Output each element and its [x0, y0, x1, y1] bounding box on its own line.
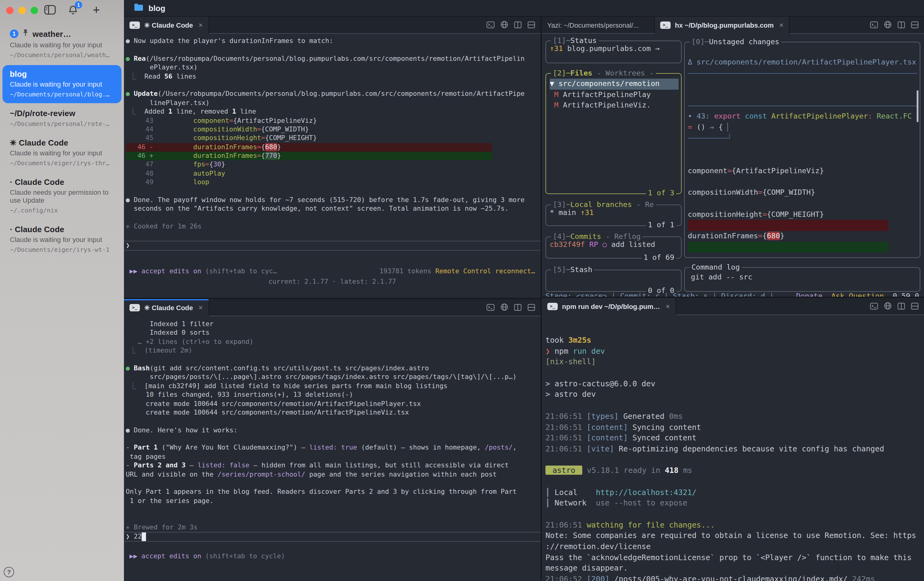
terminal-line: cb32f49f RP ○ add listed	[550, 240, 678, 250]
split-vertical-icon[interactable]	[514, 302, 521, 313]
tabbar: Yazi: ~/Documents/personal/... >_ hx ~/D…	[542, 17, 924, 34]
close-tab-icon[interactable]: ×	[197, 21, 203, 30]
split-horizontal-icon[interactable]	[911, 19, 919, 30]
session-item[interactable]: 1weather…Claude is waiting for your inpu…	[2, 24, 122, 64]
pane-npm: >_ npm run dev ~/D/p/blog.pum… × took 3m…	[542, 298, 924, 581]
pane-divider-vertical[interactable]	[541, 17, 542, 581]
pane-divider-horizontal-right[interactable]	[542, 296, 924, 298]
session-item[interactable]: · Claude CodeClaude is waiting for your …	[2, 220, 122, 258]
terminal-line: 49 loop	[126, 179, 541, 187]
terminal-line: ┃ Local http://localhost:4321/	[545, 487, 924, 497]
new-terminal-icon[interactable]	[870, 301, 878, 312]
browser-globe-icon[interactable]	[501, 302, 508, 313]
terminal-line: 1 or the series page.	[126, 497, 541, 506]
notifications-bell-icon[interactable]: 1	[66, 4, 80, 16]
new-session-button[interactable]: +	[89, 4, 103, 16]
session-item[interactable]: ✳ Claude CodeClaude is waiting for your …	[2, 134, 122, 172]
terminal-line: ─────────┘	[688, 133, 917, 144]
terminal-line	[126, 46, 541, 55]
tab-npm-run-dev[interactable]: >_ npm run dev ~/D/p/blog.pum… ×	[542, 298, 676, 315]
terminal-line	[688, 242, 888, 252]
terminal-line: > astro-cactus@6.0.0 dev	[545, 378, 924, 389]
close-tab-icon[interactable]: ×	[197, 303, 203, 312]
terminal-line: 44 compositionWidth={COMP_WIDTH}	[126, 125, 541, 134]
browser-globe-icon[interactable]	[884, 301, 891, 312]
folder-icon	[134, 2, 144, 13]
session-path: ~/Documents/eiger/irys-thr…	[10, 160, 117, 166]
terminal-line	[126, 81, 541, 90]
zoom-window-button[interactable]	[31, 7, 38, 14]
session-item[interactable]: · Claude CodeClaude needs your permissio…	[2, 173, 122, 219]
terminal-line: - Parts 2 and 3 — listed: false — hidden…	[126, 462, 541, 470]
terminal-line	[126, 355, 541, 364]
help-icon[interactable]: ?	[4, 567, 14, 577]
pin-icon	[22, 28, 29, 39]
terminal-line: 46 + durationInFrames={770}	[126, 152, 492, 161]
claude-bottom-output[interactable]: Indexed 1 filter Indexed 0 sorts … +2 li…	[124, 316, 541, 581]
split-vertical-icon[interactable]	[898, 301, 905, 312]
claude-input-area: ❯ ▶▶ accept edits on (shift+tab to cyc… …	[124, 241, 541, 286]
terminal-line	[688, 90, 917, 100]
split-vertical-icon[interactable]	[514, 19, 521, 30]
claude-prompt[interactable]: ❯	[124, 242, 541, 250]
git-status-panel[interactable]: [1]─Status ↑31 blog.pumpurlabs.com →	[545, 41, 681, 63]
terminal-line	[688, 155, 917, 166]
terminal-line: compositionWidth={COMP_WIDTH}	[688, 188, 917, 199]
pane-controls	[487, 19, 541, 30]
claude-top-output[interactable]: ● Now update the player's durationInFram…	[124, 34, 541, 298]
tab-hx[interactable]: >_ hx ~/D/p/blog.pumpurlabs.com ×	[655, 17, 790, 34]
close-tab-icon[interactable]: ×	[778, 21, 784, 30]
terminal-line: ● Update(/Users/robpumpa/Documents/perso…	[126, 90, 541, 99]
claude-input-area: ❯ 22█ ▶▶ accept edits on (shift+tab to c…	[124, 532, 541, 561]
close-window-button[interactable]	[6, 7, 13, 14]
git-stash-panel[interactable]: [5]─Stash 0 of 0	[545, 270, 681, 292]
split-horizontal-icon[interactable]	[528, 19, 535, 30]
mode-indicator[interactable]: ▶▶ accept edits on (shift+tab to cycle)	[129, 553, 285, 561]
terminal-line	[545, 454, 924, 465]
browser-globe-icon[interactable]	[501, 19, 508, 30]
git-unstaged-panel[interactable]: [0]─Unstaged changes Δ src/components/re…	[684, 42, 920, 258]
close-tab-icon[interactable]: ×	[665, 302, 670, 311]
terminal-line: - Part 1 ("Why Are You Not Claudemaxxing…	[126, 444, 541, 453]
pane-divider-horizontal-left[interactable]	[124, 298, 541, 299]
terminal-line: 21:06:51 [vite] Re-optimizing dependenci…	[545, 444, 924, 454]
terminal-line: 21:06:51 [types] Generated 0ms	[545, 411, 924, 422]
terminal-line: ⎿ Added 1 line, removed 1 line	[126, 108, 541, 116]
session-item-selected[interactable]: blogClaude is waiting for your input~/Do…	[2, 65, 122, 103]
git-files-panel[interactable]: [2]─Files - Worktrees - ▼ src/components…	[545, 73, 681, 194]
toggle-sidebar-icon[interactable]	[43, 4, 56, 16]
terminal-line	[545, 367, 924, 378]
pane-controls	[870, 301, 924, 312]
npm-dev-output[interactable]: took 3m25s❯ npm run dev[nix-shell] > ast…	[542, 315, 924, 580]
claude-prompt[interactable]: ❯ 22█	[124, 533, 541, 541]
terminal-line: Δ src/components/remotion/ArtifactPipeli…	[688, 57, 917, 68]
new-terminal-icon[interactable]	[487, 19, 495, 30]
minimize-window-button[interactable]	[18, 7, 26, 14]
git-commits-panel[interactable]: [4]─Commits - Reflog cb32f49f RP ○ add l…	[545, 237, 681, 258]
git-branches-panel[interactable]: [3]─Local branches - Re * main ↑31 1 of …	[545, 205, 681, 226]
session-status: Claude needs your permission to use Upda…	[10, 189, 117, 205]
split-vertical-icon[interactable]	[898, 19, 905, 30]
session-title: · Claude Code	[10, 177, 64, 187]
browser-globe-icon[interactable]	[884, 19, 891, 30]
mode-indicator[interactable]: ▶▶ accept edits on (shift+tab to cyc…	[129, 268, 277, 276]
terminal-line: 21:06:51 [content] Synced content	[545, 432, 924, 443]
window-title: blog	[148, 3, 165, 13]
notification-badge: 1	[75, 1, 82, 8]
tab-yazi[interactable]: Yazi: ~/Documents/personal/...	[542, 17, 655, 34]
tab-claude-code[interactable]: >_ ✳ Claude Code ×	[124, 17, 209, 34]
terminal-line: tag pages	[126, 453, 541, 462]
window-titlebar: blog	[124, 0, 924, 17]
terminal-line: ● Bash(git add src/content.config.ts src…	[126, 364, 541, 373]
split-horizontal-icon[interactable]	[528, 302, 535, 313]
new-terminal-icon[interactable]	[487, 302, 495, 313]
scrollbar-thumb[interactable]	[917, 90, 919, 122]
terminal-line: 45 compositionHeight={COMP_HEIGHT}	[126, 134, 541, 143]
new-terminal-icon[interactable]	[870, 19, 878, 30]
terminal-line: git add -- src	[691, 272, 917, 283]
session-item[interactable]: ~/D/p/rote-review~/Documents/personal/ro…	[2, 104, 122, 132]
split-horizontal-icon[interactable]	[911, 301, 919, 312]
terminal-line: 46 - durationInFrames={680}	[126, 143, 492, 152]
terminal-line: message disappear.	[545, 563, 924, 574]
tab-claude-code[interactable]: >_ ✳ Claude Code ×	[124, 299, 209, 316]
